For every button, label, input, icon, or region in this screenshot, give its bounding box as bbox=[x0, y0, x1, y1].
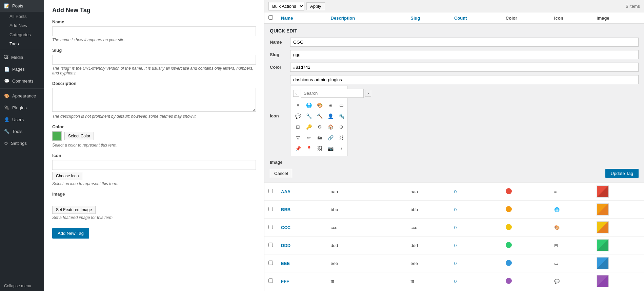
add-new-tag-button[interactable]: Add New Tag bbox=[52, 228, 89, 239]
icon-cell[interactable]: 🏠 bbox=[326, 122, 335, 132]
tag-description: eee bbox=[327, 254, 407, 272]
qe-color-input[interactable] bbox=[290, 63, 639, 72]
icon-cell[interactable]: 🌐 bbox=[304, 100, 314, 110]
icon-cell[interactable]: 📍 bbox=[304, 144, 314, 153]
sidebar-subitem-add-new[interactable]: Add New bbox=[5, 21, 44, 30]
tag-count-link[interactable]: 0 bbox=[454, 279, 457, 284]
plugins-icon: 🔌 bbox=[4, 105, 9, 110]
table-row: CCC ccc ccc 0 🎨 bbox=[264, 219, 644, 237]
qe-slug-input[interactable] bbox=[290, 50, 639, 59]
set-featured-image-button[interactable]: Set Featured Image bbox=[52, 206, 96, 214]
description-input[interactable] bbox=[52, 88, 256, 112]
sidebar-subitem-all-posts[interactable]: All Posts bbox=[5, 12, 44, 21]
tools-icon: 🔧 bbox=[4, 129, 9, 134]
icon-cell[interactable]: ✏ bbox=[304, 133, 314, 142]
tag-name-link[interactable]: EEE bbox=[281, 261, 290, 266]
icon-cell[interactable]: ⊙ bbox=[337, 122, 346, 132]
icon-cell[interactable]: 🎨 bbox=[315, 100, 324, 110]
select-color-button[interactable]: Select Color bbox=[64, 132, 94, 140]
icon-group: Icon Choose Icon Select an icon to repre… bbox=[52, 153, 256, 186]
th-count[interactable]: Count bbox=[450, 13, 502, 24]
th-name[interactable]: Name bbox=[277, 13, 327, 24]
sidebar-item-comments[interactable]: 💬 Comments bbox=[0, 75, 44, 87]
icon-cell[interactable]: 🔑 bbox=[304, 122, 314, 132]
sidebar-item-users[interactable]: 👤 Users bbox=[0, 114, 44, 126]
sidebar-item-tools[interactable]: 🔧 Tools bbox=[0, 126, 44, 137]
icon-cell[interactable]: 🔗 bbox=[326, 133, 335, 142]
icon-cell[interactable]: 🖼 bbox=[315, 144, 324, 153]
sidebar-item-media[interactable]: 🖼 Media bbox=[0, 51, 44, 63]
tag-count-link[interactable]: 0 bbox=[454, 225, 457, 230]
image-label: Image bbox=[52, 192, 256, 197]
icon-cell[interactable]: 📷 bbox=[326, 144, 335, 153]
bulk-actions-left: Bulk Actions Apply bbox=[268, 2, 325, 10]
th-slug[interactable]: Slug bbox=[406, 13, 450, 24]
bulk-actions-select-top[interactable]: Bulk Actions bbox=[268, 2, 304, 10]
tag-name-link[interactable]: CCC bbox=[281, 225, 290, 230]
icon-cell[interactable]: ⊟ bbox=[293, 122, 303, 132]
tag-name-link[interactable]: BBB bbox=[281, 207, 290, 212]
page-title: Add New Tag bbox=[52, 7, 256, 14]
icon-cell[interactable]: ⚙ bbox=[315, 122, 324, 132]
icon-cell[interactable]: 📌 bbox=[293, 144, 303, 153]
icon-picker-prev[interactable]: ‹ bbox=[293, 90, 299, 97]
icon-input[interactable] bbox=[52, 160, 256, 170]
qe-name-input[interactable] bbox=[290, 38, 639, 47]
row-checkbox[interactable] bbox=[268, 225, 273, 229]
sidebar-item-settings[interactable]: ⚙ Settings bbox=[0, 137, 44, 149]
icon-cell[interactable]: 🔩 bbox=[337, 111, 346, 121]
divider2 bbox=[0, 88, 44, 89]
tag-name-link[interactable]: AAA bbox=[281, 189, 290, 194]
tag-count-link[interactable]: 0 bbox=[454, 207, 457, 212]
qe-icon-input[interactable] bbox=[290, 75, 639, 84]
icon-cell[interactable]: ⛓ bbox=[337, 133, 346, 142]
icon-cell[interactable]: 👤 bbox=[326, 111, 335, 121]
sidebar-item-plugins[interactable]: 🔌 Plugins bbox=[0, 102, 44, 114]
select-all-checkbox[interactable] bbox=[268, 15, 273, 20]
icon-cell[interactable]: ▽ bbox=[293, 133, 303, 142]
th-checkbox bbox=[264, 13, 277, 24]
icon-cell[interactable]: ▭ bbox=[337, 100, 346, 110]
sidebar-item-pages[interactable]: 📄 Pages bbox=[0, 63, 44, 75]
tag-name-link[interactable]: DDD bbox=[281, 243, 290, 248]
tag-count-link[interactable]: 0 bbox=[454, 261, 457, 266]
sidebar-item-posts[interactable]: 📝 Posts bbox=[0, 0, 44, 12]
sidebar-item-appearance[interactable]: 🎨 Appearance bbox=[0, 90, 44, 102]
comments-icon: 💬 bbox=[4, 79, 9, 84]
sidebar-subitem-categories[interactable]: Categories bbox=[5, 30, 44, 39]
icon-cell[interactable]: 💬 bbox=[293, 111, 303, 121]
slug-group: Slug The "slug" is the URL-friendly vers… bbox=[52, 48, 256, 75]
tag-name-link[interactable]: FFF bbox=[281, 279, 289, 284]
tag-description: fff bbox=[327, 272, 407, 290]
qe-image-label: Image bbox=[270, 160, 290, 165]
slug-input[interactable] bbox=[52, 55, 256, 65]
quick-edit-cancel-button[interactable]: Cancel bbox=[270, 169, 292, 178]
sidebar-subitem-tags[interactable]: Tags bbox=[5, 39, 44, 48]
icon-cell[interactable]: ≡ bbox=[293, 100, 303, 110]
row-checkbox[interactable] bbox=[268, 278, 273, 283]
table-row: FFF fff fff 0 💬 bbox=[264, 272, 644, 290]
icon-input-wrapper: ‹ › ≡ 🌐 🎨 ⊞ bbox=[290, 75, 639, 156]
tag-description: ccc bbox=[327, 219, 407, 237]
th-description[interactable]: Description bbox=[327, 13, 407, 24]
quick-edit-update-button[interactable]: Update Tag bbox=[605, 169, 639, 178]
slug-label: Slug bbox=[52, 48, 256, 53]
row-checkbox[interactable] bbox=[268, 207, 273, 211]
icon-picker-next[interactable]: › bbox=[365, 90, 371, 97]
collapse-menu[interactable]: Collapse menu bbox=[0, 281, 44, 291]
name-input[interactable] bbox=[52, 26, 256, 36]
qe-icon-field: Icon ‹ › bbox=[270, 75, 639, 156]
icon-cell[interactable]: 🏔 bbox=[315, 133, 324, 142]
tag-count-link[interactable]: 0 bbox=[454, 189, 457, 194]
icon-picker-search[interactable] bbox=[301, 89, 364, 98]
row-checkbox[interactable] bbox=[268, 243, 273, 247]
icon-cell[interactable]: ♪ bbox=[337, 144, 346, 153]
row-checkbox[interactable] bbox=[268, 261, 273, 265]
row-checkbox[interactable] bbox=[268, 189, 273, 193]
apply-button-top[interactable]: Apply bbox=[306, 2, 325, 10]
icon-cell[interactable]: 🔨 bbox=[315, 111, 324, 121]
icon-cell[interactable]: 🔧 bbox=[304, 111, 314, 121]
choose-icon-button[interactable]: Choose Icon bbox=[52, 172, 82, 180]
tag-count-link[interactable]: 0 bbox=[454, 243, 457, 248]
icon-cell[interactable]: ⊞ bbox=[326, 100, 335, 110]
